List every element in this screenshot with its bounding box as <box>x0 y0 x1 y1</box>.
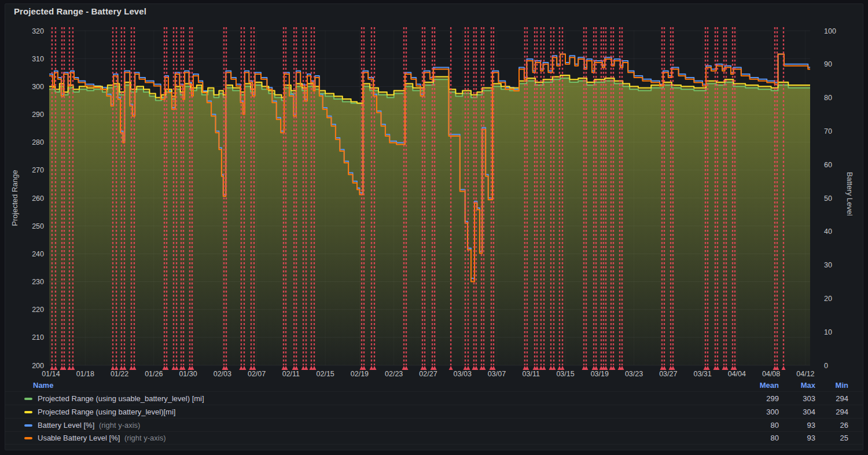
svg-text:01/30: 01/30 <box>179 370 197 378</box>
svg-text:270: 270 <box>32 166 44 174</box>
svg-text:03/03: 03/03 <box>454 370 472 378</box>
svg-text:03/11: 03/11 <box>523 370 540 378</box>
legend-series-suffix: (right y-axis) <box>99 421 141 430</box>
svg-text:02/23: 02/23 <box>385 370 403 378</box>
legend-row-usable-battery-level[interactable]: Usable Battery Level [%] (right y-axis) … <box>5 431 863 445</box>
svg-text:80: 80 <box>824 94 832 102</box>
svg-text:100: 100 <box>824 27 836 35</box>
svg-text:01/22: 01/22 <box>111 370 128 378</box>
svg-text:200: 200 <box>32 362 44 370</box>
legend-header-row: Name Mean Max Min <box>5 379 863 391</box>
svg-text:220: 220 <box>32 306 44 314</box>
legend-series-name: Projected Range (using battery_level)[mi… <box>38 408 175 416</box>
timeseries-chart[interactable]: 2002102202302402502602702802903003103200… <box>0 21 868 380</box>
legend-max-value: 303 <box>779 394 815 403</box>
svg-text:210: 210 <box>32 333 44 342</box>
svg-text:01/26: 01/26 <box>145 370 163 378</box>
legend-mean-value: 299 <box>738 394 779 403</box>
legend-series-suffix: (right y-axis) <box>124 434 166 442</box>
legend-min-value: 26 <box>815 421 848 430</box>
legend-min-value: 294 <box>815 394 848 403</box>
svg-text:0: 0 <box>824 362 828 370</box>
svg-text:01/14: 01/14 <box>42 370 60 378</box>
legend-mean-value: 300 <box>738 408 779 416</box>
svg-text:02/03: 02/03 <box>214 370 231 378</box>
legend-series-name: Projected Range (using usable_battery_le… <box>38 394 204 403</box>
series-color-swatch <box>24 398 32 400</box>
series-color-swatch <box>24 424 32 427</box>
svg-text:02/19: 02/19 <box>351 370 369 378</box>
legend-max-value: 93 <box>779 421 815 430</box>
svg-text:230: 230 <box>32 278 44 286</box>
svg-text:320: 320 <box>32 27 44 35</box>
legend-header-mean[interactable]: Mean <box>738 381 779 390</box>
svg-text:02/27: 02/27 <box>419 370 437 378</box>
legend-max-value: 304 <box>779 408 815 416</box>
svg-text:70: 70 <box>824 127 832 135</box>
svg-text:04/12: 04/12 <box>796 370 814 378</box>
legend-min-value: 25 <box>815 434 848 442</box>
svg-text:03/27: 03/27 <box>659 370 677 378</box>
legend-min-value: 294 <box>815 408 848 416</box>
legend-header-name[interactable]: Name <box>33 381 738 390</box>
svg-text:310: 310 <box>32 55 44 63</box>
svg-text:02/15: 02/15 <box>317 370 334 378</box>
legend-table: Name Mean Max Min Projected Range (using… <box>5 379 863 445</box>
legend-header-max[interactable]: Max <box>779 381 815 390</box>
svg-text:10: 10 <box>824 328 832 336</box>
svg-text:90: 90 <box>824 60 832 68</box>
svg-text:250: 250 <box>32 222 44 230</box>
legend-mean-value: 80 <box>738 421 779 430</box>
svg-text:300: 300 <box>32 83 44 91</box>
svg-text:260: 260 <box>32 195 44 203</box>
right-axis-title: Battery Level <box>845 172 854 216</box>
svg-text:60: 60 <box>824 161 832 169</box>
svg-text:03/23: 03/23 <box>625 370 643 378</box>
legend-header-min[interactable]: Min <box>815 381 848 390</box>
svg-text:03/19: 03/19 <box>591 370 609 378</box>
left-axis-title: Projected Range <box>10 170 19 226</box>
svg-text:280: 280 <box>32 138 44 146</box>
svg-text:20: 20 <box>824 295 832 303</box>
svg-text:40: 40 <box>824 228 832 236</box>
svg-text:240: 240 <box>32 250 44 258</box>
legend-row-projected-range[interactable]: Projected Range (using battery_level)[mi… <box>5 405 863 418</box>
svg-text:03/07: 03/07 <box>488 370 506 378</box>
svg-text:03/31: 03/31 <box>693 370 711 378</box>
legend-max-value: 93 <box>779 434 815 442</box>
legend-row-projected-range-usable[interactable]: Projected Range (using usable_battery_le… <box>5 391 863 405</box>
svg-text:02/11: 02/11 <box>282 370 300 378</box>
svg-text:01/18: 01/18 <box>76 370 94 378</box>
series-color-swatch <box>24 411 32 413</box>
series-area-fills <box>49 75 810 365</box>
legend-series-name: Usable Battery Level [%] <box>38 434 120 442</box>
svg-text:04/04: 04/04 <box>728 370 746 378</box>
legend-series-name: Battery Level [%] <box>38 421 94 430</box>
legend-row-battery-level[interactable]: Battery Level [%] (right y-axis) 80 93 2… <box>5 418 863 431</box>
svg-text:03/15: 03/15 <box>556 370 574 378</box>
panel-title[interactable]: Projected Range - Battery Level <box>14 6 146 16</box>
series-color-swatch <box>24 437 32 439</box>
svg-text:290: 290 <box>32 111 44 119</box>
svg-text:04/08: 04/08 <box>762 370 780 378</box>
legend-mean-value: 80 <box>738 434 779 442</box>
svg-text:50: 50 <box>824 195 832 203</box>
svg-text:02/07: 02/07 <box>248 370 266 378</box>
svg-text:30: 30 <box>824 261 832 269</box>
